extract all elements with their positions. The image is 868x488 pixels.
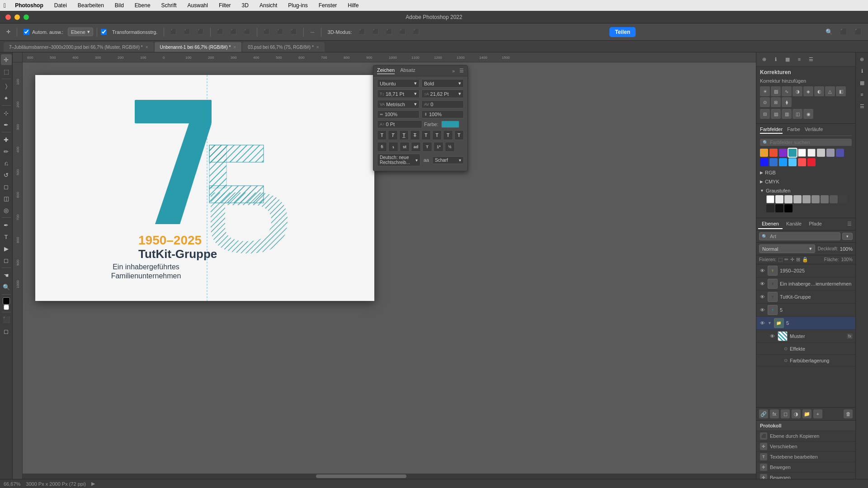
tab-farbfelder[interactable]: Farbfelder (760, 127, 783, 134)
close-button[interactable] (5, 14, 11, 20)
style-sup-btn[interactable]: 1ˢ (434, 142, 443, 152)
font-size-field[interactable]: T↕ 18,71 Pt ▾ (377, 89, 420, 98)
3d-btn3[interactable]: ⬛ (383, 28, 395, 36)
style-t2-btn[interactable]: T (388, 130, 397, 140)
proto-item-3[interactable]: T Textebene bearbeiten (756, 452, 855, 462)
rs-corrections-btn[interactable]: ⊕ (857, 54, 867, 64)
opacity-value[interactable]: 100% (840, 246, 853, 252)
move-tool-btn[interactable]: ✛ (4, 28, 13, 36)
maximize-button[interactable] (24, 14, 29, 20)
auto-leading-field[interactable]: ↕A 21,62 Pt ▾ (421, 89, 464, 98)
posterize-icon[interactable]: ▤ (771, 109, 781, 119)
tab-farbe[interactable]: Farbe (787, 127, 800, 134)
proto-item-1[interactable]: ⬛ Ebene durch Kopieren (756, 431, 855, 441)
brightness-icon[interactable]: ☀ (760, 86, 770, 96)
graustufen-header[interactable]: ▼ Graustufen (760, 187, 852, 194)
swatch-sky-blue[interactable] (779, 158, 787, 166)
swatch-mid-gray[interactable] (817, 149, 825, 157)
layer-vis-6[interactable]: 👁 (769, 333, 775, 339)
menu-datei[interactable]: Datei (52, 2, 69, 9)
more-options-btn[interactable]: ··· (307, 28, 317, 36)
3d-btn2[interactable]: ⬛ (370, 28, 382, 36)
align-right-btn[interactable]: ⬛ (195, 28, 207, 36)
swatch-crimson[interactable] (807, 158, 816, 166)
tab-file3[interactable]: 03.psd bei 66,7% (75, RGB/8#) * × (242, 42, 324, 52)
gs-9[interactable] (766, 204, 774, 212)
minimize-button[interactable] (14, 14, 20, 20)
layer-item-subtitle[interactable]: 👁 T Ein inhaberge…ienunternehmen (756, 277, 855, 291)
tab-absatz[interactable]: Absatz (400, 67, 415, 74)
swatch-dark-purple[interactable] (836, 149, 844, 157)
add-link-btn[interactable]: 🔗 (759, 409, 768, 418)
dodge-tool[interactable]: ◎ (1, 205, 12, 216)
swatch-blue[interactable] (760, 158, 768, 166)
tab-kanaele[interactable]: Kanäle (783, 219, 805, 229)
hand-tool[interactable]: ☚ (1, 270, 12, 281)
autom-checkbox[interactable] (24, 29, 29, 35)
info-icon[interactable]: ℹ (771, 54, 781, 64)
gs-5[interactable] (811, 195, 820, 203)
tab-file1[interactable]: 7–Jubiläumsbanner–3000x2000.psd bei 66,7… (4, 42, 154, 52)
gs-10[interactable] (775, 204, 783, 212)
style-t8-btn[interactable]: T (454, 130, 464, 140)
new-group-btn[interactable]: 📁 (802, 409, 811, 418)
gs-3[interactable] (793, 195, 802, 203)
style-fi-btn[interactable]: fi (377, 142, 387, 152)
group-5-expand[interactable]: ▼ (768, 321, 772, 325)
screen-mode[interactable]: ◻ (1, 326, 12, 337)
arrange-btn[interactable]: ⬛ (837, 26, 850, 38)
swatch-orange[interactable] (760, 149, 768, 157)
background-color[interactable] (4, 305, 9, 310)
menu-3d[interactable]: 3D (240, 2, 250, 9)
menu-fenster[interactable]: Fenster (317, 2, 339, 9)
bw-icon[interactable]: ◧ (836, 86, 846, 96)
photo-filter-icon[interactable]: ⊙ (760, 97, 770, 107)
select-tool[interactable]: ⬚ (1, 66, 12, 77)
style-t7-btn[interactable]: T (443, 130, 453, 140)
menu-ebene[interactable]: Ebene (133, 2, 152, 9)
transform-checkbox[interactable] (101, 29, 107, 35)
align-top-btn[interactable]: ⬛ (214, 28, 226, 36)
layer-item-year[interactable]: 👁 T 1950–2025 (756, 264, 855, 277)
shape-tool[interactable]: ◻ (1, 255, 12, 266)
layer-filter-dropdown[interactable]: ▾ (842, 233, 853, 240)
new-layer-btn[interactable]: + (813, 409, 822, 418)
layer-item-company[interactable]: 👁 T TutKit-Gruppe (756, 291, 855, 304)
histogram-icon[interactable]: ▦ (783, 54, 793, 64)
style-t6-btn[interactable]: T (432, 130, 442, 140)
style-ad-btn[interactable]: ad (411, 142, 421, 152)
magic-wand-tool[interactable]: ✦ (1, 93, 12, 103)
exposure-icon[interactable]: ◑ (793, 86, 802, 96)
style-frac-btn[interactable]: ½ (445, 142, 455, 152)
style-st-btn[interactable]: st (400, 142, 410, 152)
mask-mode[interactable]: ⬛ (1, 314, 12, 325)
menu-auswahl[interactable]: Auswahl (186, 2, 210, 9)
lock-artboard-icon[interactable]: ⊞ (796, 257, 800, 263)
style-t5-btn[interactable]: T (421, 130, 431, 140)
layer-group-5[interactable]: 👁 ▼ 📁 5 (756, 317, 855, 330)
threshold-icon[interactable]: ▥ (782, 109, 792, 119)
style-t4-btn[interactable]: T (410, 130, 420, 140)
gradient-tool[interactable]: ◫ (1, 193, 12, 204)
zeichen-close-btn[interactable]: ☰ (459, 68, 464, 74)
layer-vis-1[interactable]: 👁 (759, 267, 765, 274)
eyedropper-tool[interactable]: ✒ (1, 119, 12, 130)
h-scrollbar[interactable] (23, 474, 756, 479)
korrektur-hinzufuegen[interactable]: Korrektur hinzufügen (760, 78, 852, 84)
baseline-field[interactable]: A↑ 0 Pt (377, 120, 422, 128)
tab1-close[interactable]: × (146, 45, 148, 50)
rs-hist-btn[interactable]: ▦ (857, 78, 867, 88)
invert-icon[interactable]: ⊟ (760, 109, 770, 119)
distribute2-btn[interactable]: ⬛ (274, 28, 286, 36)
selective-color-icon[interactable]: ◉ (803, 109, 813, 119)
props-icon[interactable]: ☰ (806, 54, 816, 64)
gs-7[interactable] (830, 195, 838, 203)
distribute-btn[interactable]: ⬛ (261, 28, 273, 36)
lock-pixels-icon[interactable]: ✏ (784, 257, 788, 263)
swatch-teal[interactable] (788, 149, 797, 157)
kern-field[interactable]: AV 0 (421, 100, 464, 108)
heal-tool[interactable]: ✚ (1, 134, 12, 145)
menu-bearbeiten[interactable]: Bearbeiten (76, 2, 106, 9)
farbfelder-search-input[interactable] (770, 140, 849, 145)
swatch-purple[interactable] (779, 149, 787, 157)
